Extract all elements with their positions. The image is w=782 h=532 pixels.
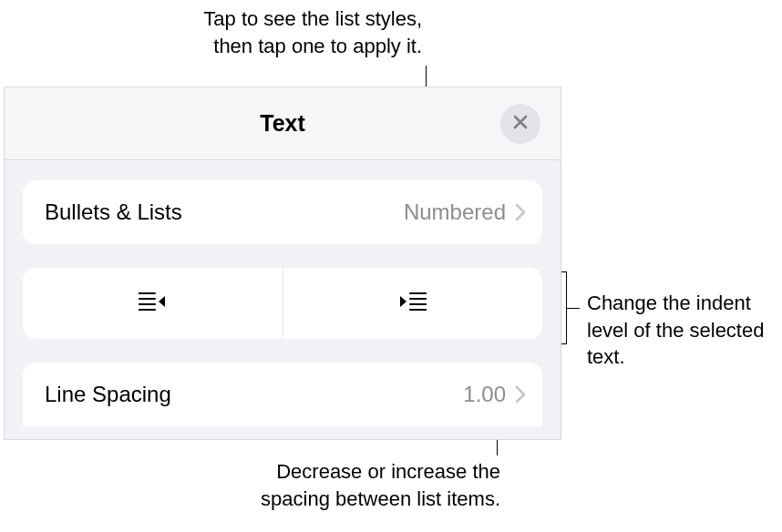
line-spacing-row[interactable]: Line Spacing 1.00	[23, 363, 542, 426]
callout-leader-right	[567, 308, 580, 309]
callout-text: Decrease or increase the spacing between…	[172, 458, 500, 512]
indent-button[interactable]	[283, 268, 543, 339]
close-icon	[512, 114, 529, 134]
callout-list-styles: Tap to see the list styles, then tap one…	[149, 5, 422, 59]
line-spacing-value: 1.00	[463, 382, 506, 407]
indent-icon	[399, 292, 427, 315]
bullets-lists-value: Numbered	[404, 200, 506, 225]
bullets-lists-row[interactable]: Bullets & Lists Numbered	[23, 180, 542, 244]
chevron-right-icon	[515, 203, 526, 221]
close-button[interactable]	[500, 104, 540, 144]
callout-text: Tap to see the list styles, then tap one…	[149, 5, 422, 59]
panel-header: Text	[5, 87, 561, 160]
callout-indent: Change the indent level of the selected …	[587, 290, 774, 371]
chevron-right-icon	[515, 385, 526, 404]
callout-spacing: Decrease or increase the spacing between…	[172, 458, 500, 512]
outdent-icon	[139, 292, 166, 315]
text-panel: Text Bullets & Lists Numbered	[4, 87, 561, 440]
panel-title: Text	[260, 110, 305, 137]
outdent-button[interactable]	[23, 268, 283, 339]
bullets-lists-label: Bullets & Lists	[45, 200, 404, 225]
callout-text: Change the indent level of the selected …	[587, 292, 764, 368]
indent-controls	[23, 268, 542, 339]
panel-body: Bullets & Lists Numbered	[5, 160, 561, 426]
line-spacing-label: Line Spacing	[45, 382, 463, 407]
